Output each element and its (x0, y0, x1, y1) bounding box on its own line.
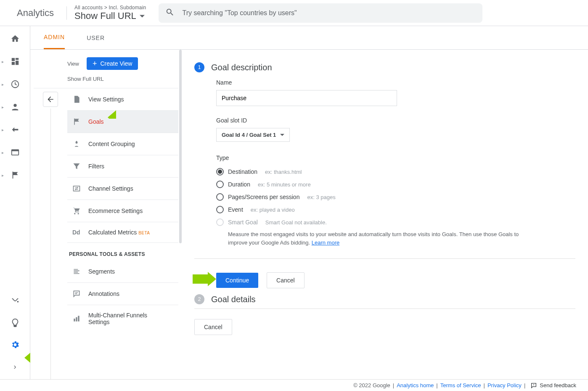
menu-ecommerce-settings[interactable]: Ecommerce Settings (67, 200, 178, 222)
breadcrumb-path: All accounts > Incl. Subdomain (74, 5, 146, 11)
radio-pages[interactable]: Pages/Screens per session ex: 3 pages (216, 191, 575, 203)
copyright: © 2022 Google (353, 382, 390, 388)
radio-icon (216, 168, 224, 176)
admin-tabs: ADMIN USER (30, 26, 588, 50)
account-selector[interactable]: All accounts > Incl. Subdomain Show Full… (74, 5, 146, 21)
svg-rect-12 (78, 316, 79, 321)
flag-icon (72, 117, 81, 126)
annotation-arrow-continue (193, 272, 216, 286)
menu-annotations[interactable]: Annotations (67, 283, 178, 305)
radio-icon (216, 193, 224, 201)
cart-icon (72, 207, 81, 215)
svg-rect-11 (76, 317, 77, 322)
nav-admin[interactable] (10, 340, 20, 350)
nav-attribution[interactable] (10, 296, 20, 306)
search-bar[interactable] (159, 3, 482, 23)
tree-line (50, 109, 51, 379)
view-label: View (67, 61, 79, 67)
type-label: Type (216, 154, 575, 161)
logo[interactable]: Analytics (7, 8, 59, 19)
radio-duration[interactable]: Duration ex: 5 minutes or more (216, 178, 575, 191)
radio-icon (216, 206, 224, 213)
file-icon (72, 95, 81, 104)
cancel-button[interactable]: Cancel (267, 272, 305, 288)
menu-content-grouping[interactable]: Content Grouping (67, 133, 178, 155)
svg-rect-9 (74, 186, 80, 191)
annotation-arrow-goals (108, 110, 116, 119)
step-1-header: 1 Goal description (194, 62, 575, 72)
left-nav-rail: › (0, 26, 30, 379)
dd-icon: Dd (72, 229, 81, 236)
step-2-title: Goal details (211, 295, 256, 304)
goal-slot-dropdown[interactable]: Goal Id 4 / Goal Set 1 (216, 128, 290, 142)
nav-audience[interactable] (10, 102, 20, 112)
nav-behavior[interactable] (10, 147, 20, 157)
person-up-icon (72, 140, 81, 148)
privacy-link[interactable]: Privacy Policy (487, 382, 522, 388)
svg-rect-6 (11, 150, 19, 152)
search-icon (165, 8, 175, 19)
content-area: ADMIN USER View +Create View Show Full U… (30, 26, 588, 379)
step-2-badge: 2 (194, 294, 204, 304)
back-button[interactable] (43, 92, 58, 107)
chevron-down-icon (140, 11, 145, 21)
nav-discover[interactable] (10, 318, 20, 328)
continue-button[interactable]: Continue (216, 273, 258, 288)
create-view-button[interactable]: +Create View (87, 57, 138, 70)
nav-realtime[interactable] (10, 79, 20, 89)
cancel-button-2[interactable]: Cancel (194, 319, 232, 335)
radio-icon (216, 218, 224, 226)
menu-calculated-metrics[interactable]: Dd Calculated MetricsBETA (67, 222, 178, 243)
search-input[interactable] (182, 9, 476, 17)
section-personal-tools: PERSONAL TOOLS & ASSETS (67, 243, 178, 261)
bars-icon (72, 314, 81, 323)
nav-home[interactable] (10, 34, 20, 44)
radio-icon (216, 181, 224, 188)
name-label: Name (216, 79, 575, 86)
radio-event[interactable]: Event ex: played a video (216, 203, 575, 216)
slot-label: Goal slot ID (216, 117, 575, 124)
tos-link[interactable]: Terms of Service (440, 382, 481, 388)
app-name: Analytics (17, 8, 54, 19)
menu-goals[interactable]: Goals (67, 111, 178, 133)
nav-conversions[interactable] (10, 170, 20, 180)
learn-more-link[interactable]: Learn more (312, 239, 339, 246)
svg-point-7 (17, 301, 19, 303)
nav-collapse[interactable]: › (10, 362, 20, 372)
breadcrumb-current: Show Full URL (74, 11, 136, 21)
view-name[interactable]: Show Full URL (34, 73, 178, 88)
svg-rect-10 (74, 319, 75, 322)
nav-acquisition[interactable] (10, 125, 20, 135)
smart-goal-description: Measure the most engaged visits to your … (228, 230, 539, 247)
radio-destination[interactable]: Destination ex: thanks.html (216, 165, 575, 178)
chevron-down-icon (280, 133, 284, 137)
radio-smart-goal: Smart Goal Smart Goal not available. (216, 216, 575, 229)
chat-icon (72, 290, 81, 298)
tab-admin[interactable]: ADMIN (44, 26, 65, 49)
top-header: Analytics All accounts > Incl. Subdomain… (0, 0, 588, 26)
step-1-badge: 1 (194, 62, 204, 72)
feedback-icon (530, 382, 537, 389)
exchange-icon (72, 184, 81, 193)
view-menu: View Settings Goals Content Grouping (67, 88, 178, 332)
analytics-home-link[interactable]: Analytics home (397, 382, 434, 388)
footer: © 2022 Google| Analytics home| Terms of … (0, 379, 588, 391)
svg-point-4 (13, 104, 16, 107)
tab-user[interactable]: USER (87, 26, 105, 49)
nav-dashboard[interactable] (10, 56, 20, 66)
send-feedback-button[interactable]: Send feedback (530, 382, 576, 389)
goal-form: 1 Goal description Name Goal slot ID Goa… (182, 50, 588, 379)
funnel-icon (72, 162, 81, 170)
menu-filters[interactable]: Filters (67, 155, 178, 178)
menu-channel-settings[interactable]: Channel Settings (67, 178, 178, 200)
goal-name-input[interactable] (216, 90, 397, 106)
divider (66, 6, 67, 20)
plus-icon: + (93, 61, 97, 66)
segments-icon (72, 267, 81, 276)
step-2-header: 2 Goal details (194, 294, 575, 304)
menu-segments[interactable]: Segments (67, 261, 178, 283)
menu-view-settings[interactable]: View Settings (67, 88, 178, 111)
menu-mcf-settings[interactable]: Multi-Channel Funnels Settings (67, 305, 178, 332)
step-1-title: Goal description (211, 63, 272, 72)
view-column: View +Create View Show Full URL View Set… (30, 50, 182, 379)
